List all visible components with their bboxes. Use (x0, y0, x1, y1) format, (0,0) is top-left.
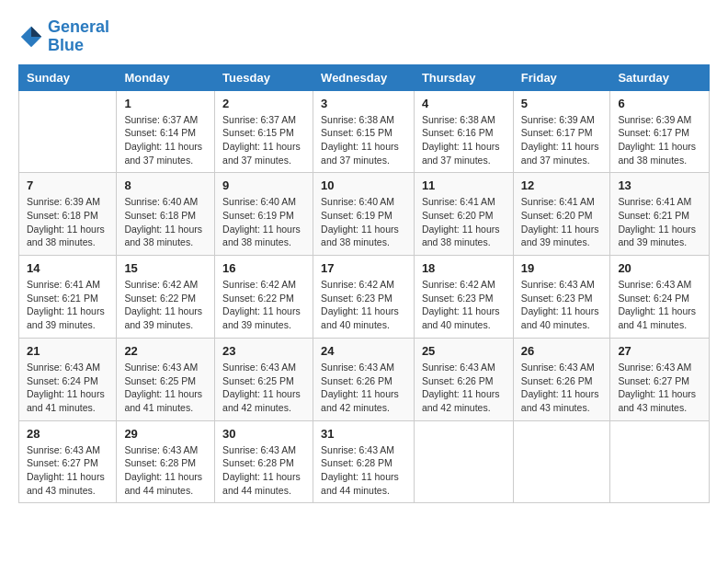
calendar-cell (19, 90, 117, 173)
day-info: Sunrise: 6:43 AMSunset: 6:28 PMDaylight:… (222, 443, 305, 498)
day-info: Sunrise: 6:40 AMSunset: 6:19 PMDaylight:… (222, 195, 305, 249)
day-number: 5 (521, 97, 603, 110)
calendar-table: SundayMondayTuesdayWednesdayThursdayFrid… (18, 64, 710, 504)
day-info: Sunrise: 6:40 AMSunset: 6:18 PMDaylight:… (124, 195, 207, 249)
page-header: General Blue (18, 18, 710, 55)
calendar-cell: 5Sunrise: 6:39 AMSunset: 6:17 PMDaylight… (513, 90, 610, 173)
day-number: 19 (521, 261, 603, 275)
day-info: Sunrise: 6:42 AMSunset: 6:22 PMDaylight:… (124, 278, 207, 332)
column-header-monday: Monday (117, 64, 215, 90)
day-info: Sunrise: 6:37 AMSunset: 6:14 PMDaylight:… (124, 113, 207, 167)
day-info: Sunrise: 6:38 AMSunset: 6:16 PMDaylight:… (422, 113, 506, 167)
day-number: 31 (321, 427, 406, 441)
calendar-cell: 6Sunrise: 6:39 AMSunset: 6:17 PMDaylight… (610, 90, 710, 173)
week-row-2: 7Sunrise: 6:39 AMSunset: 6:18 PMDaylight… (19, 173, 710, 256)
day-info: Sunrise: 6:40 AMSunset: 6:19 PMDaylight:… (321, 195, 406, 249)
day-number: 10 (321, 178, 406, 192)
day-number: 29 (124, 427, 207, 441)
day-number: 14 (27, 261, 108, 275)
day-info: Sunrise: 6:41 AMSunset: 6:20 PMDaylight:… (422, 195, 506, 249)
day-number: 13 (618, 178, 701, 192)
day-number: 22 (124, 344, 207, 358)
day-number: 20 (618, 261, 701, 275)
day-number: 8 (124, 178, 207, 192)
calendar-cell: 15Sunrise: 6:42 AMSunset: 6:22 PMDayligh… (117, 256, 215, 339)
calendar-header-row: SundayMondayTuesdayWednesdayThursdayFrid… (19, 64, 710, 90)
day-number: 12 (521, 178, 603, 192)
day-info: Sunrise: 6:43 AMSunset: 6:25 PMDaylight:… (222, 361, 305, 415)
day-number: 25 (422, 344, 506, 358)
day-info: Sunrise: 6:38 AMSunset: 6:15 PMDaylight:… (321, 113, 406, 167)
calendar-cell: 13Sunrise: 6:41 AMSunset: 6:21 PMDayligh… (610, 173, 710, 256)
day-number: 1 (124, 97, 207, 110)
day-info: Sunrise: 6:43 AMSunset: 6:26 PMDaylight:… (321, 361, 406, 415)
day-info: Sunrise: 6:39 AMSunset: 6:17 PMDaylight:… (521, 113, 603, 167)
calendar-cell: 11Sunrise: 6:41 AMSunset: 6:20 PMDayligh… (414, 173, 513, 256)
day-number: 27 (618, 344, 701, 358)
calendar-cell (513, 420, 610, 503)
day-number: 9 (222, 178, 305, 192)
calendar-cell: 14Sunrise: 6:41 AMSunset: 6:21 PMDayligh… (19, 256, 117, 339)
calendar-cell: 7Sunrise: 6:39 AMSunset: 6:18 PMDaylight… (19, 173, 117, 256)
calendar-body: 1Sunrise: 6:37 AMSunset: 6:14 PMDaylight… (19, 90, 710, 503)
day-number: 23 (222, 344, 305, 358)
column-header-wednesday: Wednesday (313, 64, 415, 90)
day-number: 15 (124, 261, 207, 275)
day-number: 17 (321, 261, 406, 275)
column-header-saturday: Saturday (610, 64, 710, 90)
calendar-cell: 8Sunrise: 6:40 AMSunset: 6:18 PMDaylight… (117, 173, 215, 256)
day-number: 21 (27, 344, 108, 358)
calendar-cell (414, 420, 513, 503)
calendar-cell: 22Sunrise: 6:43 AMSunset: 6:25 PMDayligh… (117, 338, 215, 420)
week-row-5: 28Sunrise: 6:43 AMSunset: 6:27 PMDayligh… (19, 420, 710, 503)
day-info: Sunrise: 6:43 AMSunset: 6:24 PMDaylight:… (618, 278, 701, 332)
day-info: Sunrise: 6:41 AMSunset: 6:21 PMDaylight:… (618, 195, 701, 249)
calendar-cell: 3Sunrise: 6:38 AMSunset: 6:15 PMDaylight… (313, 90, 415, 173)
calendar-cell: 26Sunrise: 6:43 AMSunset: 6:26 PMDayligh… (513, 338, 610, 420)
day-info: Sunrise: 6:37 AMSunset: 6:15 PMDaylight:… (222, 113, 305, 167)
column-header-friday: Friday (513, 64, 610, 90)
logo-icon (18, 24, 44, 50)
day-number: 30 (222, 427, 305, 441)
calendar-cell: 10Sunrise: 6:40 AMSunset: 6:19 PMDayligh… (313, 173, 415, 256)
day-info: Sunrise: 6:43 AMSunset: 6:25 PMDaylight:… (124, 361, 207, 415)
day-info: Sunrise: 6:43 AMSunset: 6:28 PMDaylight:… (321, 443, 406, 498)
day-number: 2 (222, 97, 305, 110)
week-row-4: 21Sunrise: 6:43 AMSunset: 6:24 PMDayligh… (19, 338, 710, 420)
calendar-cell: 21Sunrise: 6:43 AMSunset: 6:24 PMDayligh… (19, 338, 117, 420)
day-number: 4 (422, 97, 506, 110)
calendar-cell: 9Sunrise: 6:40 AMSunset: 6:19 PMDaylight… (215, 173, 313, 256)
svg-marker-1 (31, 27, 41, 37)
column-header-sunday: Sunday (19, 64, 117, 90)
day-info: Sunrise: 6:43 AMSunset: 6:26 PMDaylight:… (422, 361, 506, 415)
calendar-cell: 12Sunrise: 6:41 AMSunset: 6:20 PMDayligh… (513, 173, 610, 256)
day-info: Sunrise: 6:42 AMSunset: 6:23 PMDaylight:… (422, 278, 506, 332)
calendar-cell: 19Sunrise: 6:43 AMSunset: 6:23 PMDayligh… (513, 256, 610, 339)
calendar-cell: 31Sunrise: 6:43 AMSunset: 6:28 PMDayligh… (313, 420, 415, 503)
day-info: Sunrise: 6:43 AMSunset: 6:27 PMDaylight:… (618, 361, 701, 415)
calendar-cell: 29Sunrise: 6:43 AMSunset: 6:28 PMDayligh… (117, 420, 215, 503)
calendar-cell: 2Sunrise: 6:37 AMSunset: 6:15 PMDaylight… (215, 90, 313, 173)
calendar-cell: 16Sunrise: 6:42 AMSunset: 6:22 PMDayligh… (215, 256, 313, 339)
day-info: Sunrise: 6:42 AMSunset: 6:23 PMDaylight:… (321, 278, 406, 332)
column-header-tuesday: Tuesday (215, 64, 313, 90)
logo-text: General Blue (48, 18, 109, 55)
calendar-cell: 27Sunrise: 6:43 AMSunset: 6:27 PMDayligh… (610, 338, 710, 420)
calendar-cell: 30Sunrise: 6:43 AMSunset: 6:28 PMDayligh… (215, 420, 313, 503)
calendar-cell: 1Sunrise: 6:37 AMSunset: 6:14 PMDaylight… (117, 90, 215, 173)
day-info: Sunrise: 6:41 AMSunset: 6:20 PMDaylight:… (521, 195, 603, 249)
week-row-3: 14Sunrise: 6:41 AMSunset: 6:21 PMDayligh… (19, 256, 710, 339)
calendar-cell: 20Sunrise: 6:43 AMSunset: 6:24 PMDayligh… (610, 256, 710, 339)
calendar-cell: 25Sunrise: 6:43 AMSunset: 6:26 PMDayligh… (414, 338, 513, 420)
day-number: 26 (521, 344, 603, 358)
day-info: Sunrise: 6:41 AMSunset: 6:21 PMDaylight:… (27, 278, 108, 332)
day-number: 18 (422, 261, 506, 275)
day-info: Sunrise: 6:43 AMSunset: 6:28 PMDaylight:… (124, 443, 207, 498)
day-number: 16 (222, 261, 305, 275)
calendar-cell: 17Sunrise: 6:42 AMSunset: 6:23 PMDayligh… (313, 256, 415, 339)
day-number: 7 (27, 178, 108, 192)
calendar-cell: 18Sunrise: 6:42 AMSunset: 6:23 PMDayligh… (414, 256, 513, 339)
calendar-cell: 24Sunrise: 6:43 AMSunset: 6:26 PMDayligh… (313, 338, 415, 420)
day-info: Sunrise: 6:42 AMSunset: 6:22 PMDaylight:… (222, 278, 305, 332)
calendar-cell: 4Sunrise: 6:38 AMSunset: 6:16 PMDaylight… (414, 90, 513, 173)
